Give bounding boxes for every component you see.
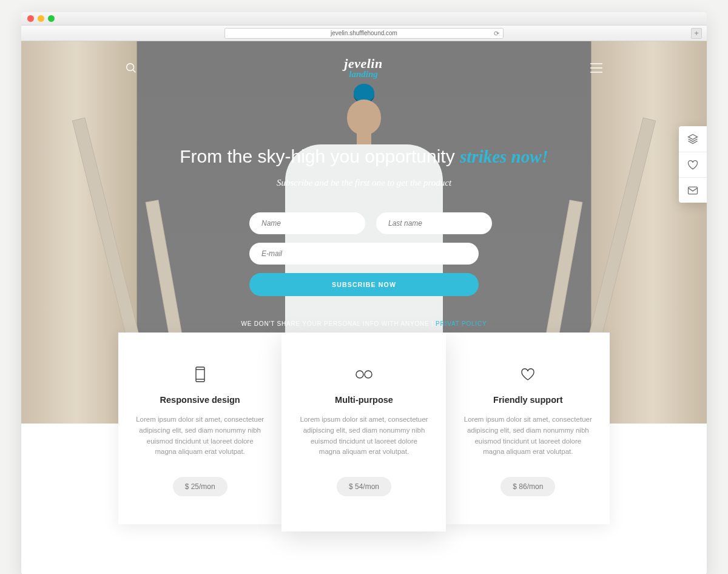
browser-toolbar: jevelin.shufflehound.com ⟳ + [21, 25, 707, 41]
heart-icon [463, 366, 593, 383]
close-window-button[interactable] [27, 15, 34, 22]
feature-card-support: Friendly support Lorem ipsum dolor sit a… [446, 333, 610, 524]
site-header: jevelin landing [21, 41, 707, 79]
browser-url-field[interactable]: jevelin.shufflehound.com ⟳ [224, 28, 504, 39]
maximize-window-button[interactable] [48, 15, 55, 22]
svg-rect-6 [689, 187, 698, 194]
first-name-field[interactable] [249, 212, 365, 234]
last-name-field[interactable] [376, 212, 492, 234]
side-mail-icon[interactable] [679, 177, 707, 203]
browser-titlebar [21, 12, 707, 25]
svg-point-11 [365, 371, 372, 378]
page-viewport: jevelin landing From the sky-high you op… [21, 41, 707, 574]
feature-body: Lorem ipsum dolor sit amet, consectetuer… [135, 414, 265, 458]
email-field[interactable] [249, 243, 479, 265]
site-logo[interactable]: jevelin landing [344, 56, 382, 79]
minimize-window-button[interactable] [38, 15, 44, 22]
new-tab-button[interactable]: + [691, 28, 702, 39]
feature-title: Multi-purpose [299, 395, 428, 405]
reload-icon[interactable]: ⟳ [494, 30, 499, 38]
subscribe-button[interactable]: SUBSCRIBE NOW [249, 273, 479, 296]
price-button[interactable]: $ 25/mon [173, 477, 228, 496]
svg-point-10 [356, 371, 363, 378]
device-icon [135, 366, 265, 383]
svg-line-1 [133, 69, 135, 72]
infinity-icon [299, 366, 428, 383]
feature-card-multipurpose: Multi-purpose Lorem ipsum dolor sit amet… [281, 333, 445, 532]
headline-plain: From the sky-high you opportunity [180, 146, 460, 166]
feature-card-responsive: Responsive design Lorem ipsum dolor sit … [118, 333, 281, 524]
hero-headline: From the sky-high you opportunity strike… [21, 146, 707, 167]
search-icon[interactable] [124, 61, 138, 75]
feature-title: Responsive design [135, 395, 265, 405]
price-button[interactable]: $ 54/mon [337, 477, 391, 496]
side-heart-icon[interactable] [679, 152, 707, 177]
feature-body: Lorem ipsum dolor sit amet, consectetuer… [463, 414, 593, 458]
window-controls [27, 15, 55, 22]
privacy-policy-link[interactable]: PRIVAT POLICY [436, 320, 487, 327]
menu-icon[interactable] [589, 62, 604, 74]
headline-emphasis: strikes now! [460, 147, 548, 166]
feature-title: Friendly support [463, 395, 593, 405]
svg-marker-5 [689, 135, 698, 140]
svg-point-0 [127, 63, 134, 70]
browser-window: jevelin.shufflehound.com ⟳ + [21, 12, 707, 574]
hero-subheadline: Subscribe and be the first one to get th… [21, 178, 707, 188]
logo-line2: landing [344, 69, 382, 79]
feature-cards: Responsive design Lorem ipsum dolor sit … [118, 333, 610, 524]
feature-body: Lorem ipsum dolor sit amet, consectetuer… [299, 414, 428, 458]
subscribe-form: SUBSCRIBE NOW [249, 212, 479, 296]
side-layers-icon[interactable] [679, 126, 707, 152]
side-widget [679, 126, 707, 203]
price-button[interactable]: $ 86/mon [500, 477, 555, 496]
privacy-disclaimer: WE DON'T SHARE YOUR PERSONAL INFO WITH A… [21, 320, 707, 327]
disclaimer-text: WE DON'T SHARE YOUR PERSONAL INFO WITH A… [241, 320, 430, 327]
browser-url-text: jevelin.shufflehound.com [331, 30, 397, 36]
